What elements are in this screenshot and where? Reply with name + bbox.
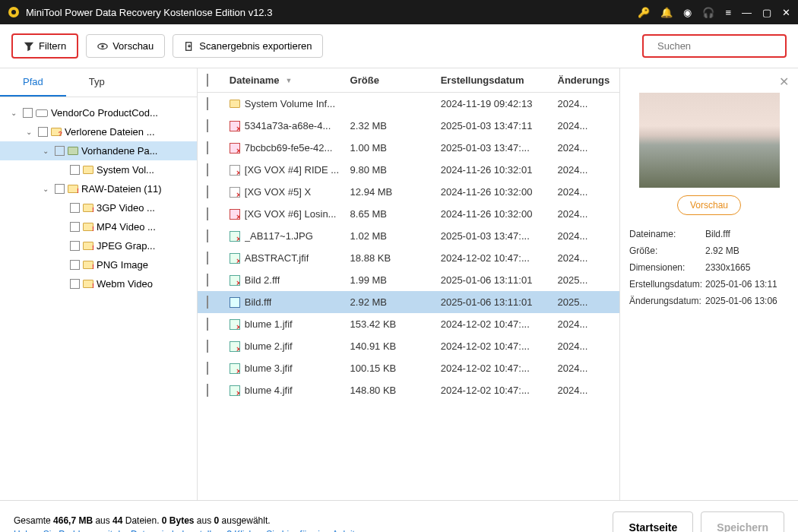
checkbox[interactable] xyxy=(55,146,65,156)
headphones-icon[interactable]: 🎧 xyxy=(702,7,714,18)
tree-root[interactable]: ⌄ VendorCo ProductCod... xyxy=(0,103,197,122)
table-row[interactable]: _AB117~1.JPG 1.02 MB 2025-01-03 13:47:..… xyxy=(198,225,619,247)
table-row[interactable]: ABSTRACT.jfif 18.88 KB 2024-12-02 10:47:… xyxy=(198,247,619,269)
tab-path[interactable]: Pfad xyxy=(0,68,66,97)
main-area: Pfad Typ ⌄ VendorCo ProductCod... ⌄ Verl… xyxy=(0,68,798,500)
table-row[interactable]: Bild.fff 2.92 MB 2025-01-06 13:11:01 202… xyxy=(198,291,619,313)
detail-dim-label: Dimensionen: xyxy=(629,262,705,273)
disc-icon[interactable]: ◉ xyxy=(683,7,692,18)
chevron-down-icon[interactable]: ⌄ xyxy=(26,128,35,136)
row-checkbox[interactable] xyxy=(207,252,208,264)
checkbox[interactable] xyxy=(55,184,65,194)
search-box[interactable] xyxy=(642,34,787,58)
file-name: 7bcbcb69-fe5e-42... xyxy=(245,142,333,154)
checkbox[interactable] xyxy=(70,222,80,232)
filter-button[interactable]: Filtern xyxy=(11,33,78,59)
row-checkbox[interactable] xyxy=(207,230,208,242)
row-checkbox[interactable] xyxy=(207,274,208,287)
column-size[interactable]: Größe xyxy=(350,74,441,86)
row-checkbox[interactable] xyxy=(207,207,208,220)
table-row[interactable]: blume 3.jfif 100.15 KB 2024-12-02 10:47:… xyxy=(198,357,619,379)
export-button[interactable]: Scanergebnis exportieren xyxy=(173,34,323,58)
detail-size-value: 2.92 MB xyxy=(705,245,739,256)
tree-webm[interactable]: Webm Video xyxy=(0,274,197,293)
key-icon[interactable]: 🔑 xyxy=(638,7,650,18)
svg-point-3 xyxy=(101,45,104,48)
status-text: Gesamte 466,7 MB aus 44 Dateien. 0 Bytes… xyxy=(14,515,605,532)
select-all-checkbox[interactable] xyxy=(207,74,208,87)
table-row[interactable]: 5341a73a-a68e-4... 2.32 MB 2025-01-03 13… xyxy=(198,115,619,137)
table-row[interactable]: [XG VOX #5] X 12.94 MB 2024-11-26 10:32:… xyxy=(198,181,619,203)
tree-3gp[interactable]: 3GP Video ... xyxy=(0,198,197,217)
tree-existing-partition[interactable]: ⌄ Vorhandene Pa... xyxy=(0,141,197,160)
row-checkbox[interactable] xyxy=(207,340,208,353)
checkbox[interactable] xyxy=(70,279,80,289)
file-modified: 2024... xyxy=(558,164,610,176)
bell-icon[interactable]: 🔔 xyxy=(660,7,673,18)
checkbox[interactable] xyxy=(70,203,80,213)
table-row[interactable]: [XG VOX #4] RIDE ... 9.80 MB 2024-11-26 … xyxy=(198,159,619,181)
row-checkbox[interactable] xyxy=(207,97,208,110)
preview-button[interactable]: Vorschau xyxy=(86,34,165,58)
file-icon xyxy=(230,363,240,374)
row-checkbox[interactable] xyxy=(207,296,208,309)
checkbox[interactable] xyxy=(23,108,33,118)
file-name: System Volume Inf... xyxy=(245,98,335,109)
file-name: [XG VOX #4] RIDE ... xyxy=(245,164,339,176)
table-row[interactable]: 7bcbcb69-fe5e-42... 1.00 MB 2025-01-03 1… xyxy=(198,137,619,159)
search-input[interactable] xyxy=(657,40,785,52)
save-button[interactable]: Speichern xyxy=(701,511,784,532)
row-checkbox[interactable] xyxy=(207,362,208,375)
checkbox[interactable] xyxy=(70,241,80,251)
tree-png[interactable]: PNG Image xyxy=(0,255,197,274)
table-row[interactable]: [XG VOX #6] Losin... 8.65 MB 2024-11-26 … xyxy=(198,203,619,225)
row-checkbox[interactable] xyxy=(207,119,208,132)
tree-raw-files[interactable]: ⌄ RAW-Dateien (11) xyxy=(0,179,197,198)
file-rows: System Volume Inf... 2024-11-19 09:42:13… xyxy=(198,93,619,500)
row-checkbox[interactable] xyxy=(207,384,208,397)
file-icon xyxy=(230,319,240,330)
column-modified[interactable]: Änderungs xyxy=(558,74,610,86)
close-icon[interactable]: ✕ xyxy=(782,7,790,18)
close-preview-icon[interactable]: ✕ xyxy=(779,74,789,89)
svg-point-1 xyxy=(11,10,16,14)
tree-jpeg[interactable]: JPEG Grap... xyxy=(0,236,197,255)
chevron-down-icon[interactable]: ⌄ xyxy=(11,109,20,117)
column-created[interactable]: Erstellungsdatum xyxy=(441,74,558,86)
help-link[interactable]: Haben Sie Probleme mit der Datenwiederhe… xyxy=(14,529,605,532)
table-row[interactable]: blume 2.jfif 140.91 KB 2024-12-02 10:47:… xyxy=(198,335,619,357)
row-checkbox[interactable] xyxy=(207,163,208,176)
chevron-down-icon[interactable]: ⌄ xyxy=(43,147,52,155)
detail-modified-label: Änderungsdatum: xyxy=(629,296,705,306)
tree-sysvol[interactable]: System Vol... xyxy=(0,160,197,179)
tree-mp4[interactable]: MP4 Video ... xyxy=(0,217,197,236)
checkbox[interactable] xyxy=(38,127,48,137)
menu-icon[interactable]: ≡ xyxy=(725,7,731,18)
file-modified: 2024... xyxy=(558,340,610,352)
table-row[interactable]: System Volume Inf... 2024-11-19 09:42:13… xyxy=(198,93,619,115)
row-checkbox[interactable] xyxy=(207,141,208,154)
folder-icon xyxy=(83,204,93,212)
maximize-icon[interactable]: ▢ xyxy=(762,7,771,18)
table-row[interactable]: Bild 2.fff 1.99 MB 2025-01-06 13:11:01 2… xyxy=(198,269,619,291)
minimize-icon[interactable]: — xyxy=(742,7,752,18)
file-modified: 2024... xyxy=(558,363,610,374)
checkbox[interactable] xyxy=(70,260,80,270)
table-row[interactable]: blume 4.jfif 148.80 KB 2024-12-02 10:47:… xyxy=(198,379,619,401)
file-name: 5341a73a-a68e-4... xyxy=(245,120,331,131)
row-checkbox[interactable] xyxy=(207,185,208,198)
toolbar: Filtern Vorschau Scanergebnis exportiere… xyxy=(0,24,798,68)
open-preview-button[interactable]: Vorschau xyxy=(677,195,741,215)
file-modified: 2024... xyxy=(558,98,610,109)
table-row[interactable]: blume 1.jfif 153.42 KB 2024-12-02 10:47:… xyxy=(198,313,619,335)
file-created: 2024-12-02 10:47:... xyxy=(441,318,558,330)
column-name[interactable]: Dateiname▼ xyxy=(230,74,350,86)
tree-lost-files[interactable]: ⌄ Verlorene Dateien ... xyxy=(0,122,197,141)
chevron-down-icon[interactable]: ⌄ xyxy=(43,185,52,193)
checkbox[interactable] xyxy=(70,165,80,175)
file-icon xyxy=(230,100,240,108)
home-button[interactable]: Startseite xyxy=(613,511,693,532)
tab-type[interactable]: Typ xyxy=(66,68,128,97)
detail-dim-value: 2330x1665 xyxy=(705,262,750,273)
row-checkbox[interactable] xyxy=(207,318,208,331)
